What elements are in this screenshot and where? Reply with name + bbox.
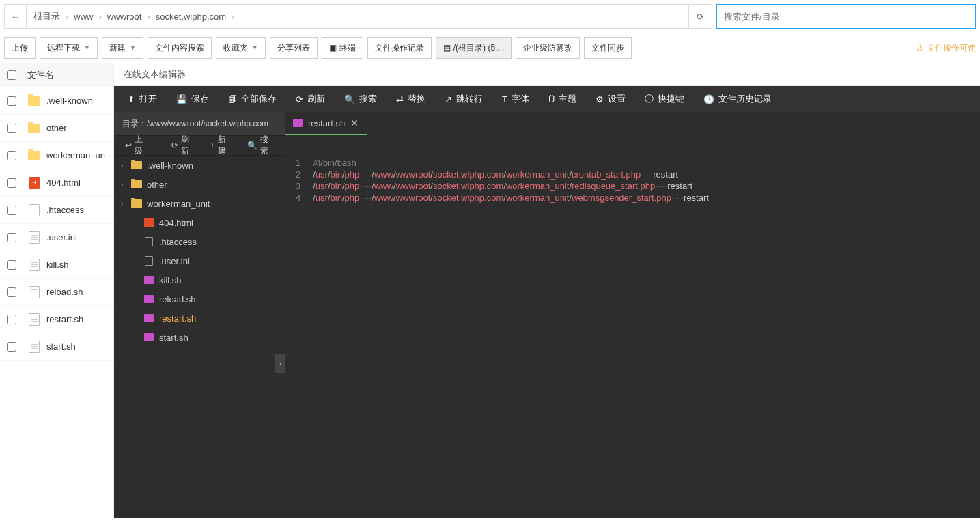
tree-item[interactable]: ›workerman_unit xyxy=(114,194,285,213)
editor-replace-button[interactable]: ⇄替换 xyxy=(387,86,435,112)
editor-goto-button[interactable]: ↗跳转行 xyxy=(435,86,492,112)
folder-icon xyxy=(131,199,142,208)
remote-download-button[interactable]: 远程下载▼ xyxy=(40,37,98,59)
tree-item[interactable]: .user.ini xyxy=(114,251,285,270)
row-checkbox[interactable] xyxy=(7,178,16,188)
caret-down-icon: ▼ xyxy=(84,44,90,51)
file-row[interactable]: .user.ini xyxy=(0,224,113,251)
file-row[interactable]: workerman_un xyxy=(0,142,113,169)
row-checkbox[interactable] xyxy=(7,96,16,106)
search-icon: 🔍 xyxy=(247,141,257,150)
collapse-sidebar-button[interactable]: ‹ xyxy=(275,354,285,373)
file-row[interactable]: .htaccess xyxy=(0,197,113,224)
row-checkbox[interactable] xyxy=(7,233,16,242)
editor-tab-restart[interactable]: restart.sh ✕ xyxy=(285,112,367,135)
favorites-button[interactable]: 收藏夹▼ xyxy=(216,37,266,59)
warning-label: ⚠文件操作可使 xyxy=(916,42,976,54)
breadcrumb-domain[interactable]: socket.wlphp.com xyxy=(156,12,226,22)
editor-search-button[interactable]: 🔍搜索 xyxy=(335,86,387,112)
breadcrumb-wwwroot[interactable]: wwwroot xyxy=(107,12,142,22)
tree-item[interactable]: kill.sh xyxy=(114,270,285,289)
file-list: 文件名 .well-knownotherworkerman_unH404.htm… xyxy=(0,63,114,518)
tree-item[interactable]: reload.sh xyxy=(114,289,285,309)
back-button[interactable]: ← xyxy=(5,5,27,28)
toolbar: 上传 远程下载▼ 新建▼ 文件内容搜索 收藏夹▼ 分享列表 ▣终端 文件操作记录… xyxy=(0,33,980,63)
select-all-checkbox[interactable] xyxy=(7,70,16,80)
file-name: .user.ini xyxy=(46,232,77,242)
editor-refresh-button[interactable]: ⟳刷新 xyxy=(286,86,335,112)
file-name: .well-known xyxy=(46,96,93,106)
file-row[interactable]: other xyxy=(0,115,113,142)
file-row[interactable]: .well-known xyxy=(0,87,113,115)
row-checkbox[interactable] xyxy=(7,206,16,215)
refresh-icon: ⟳ xyxy=(296,94,303,104)
editor-font-button[interactable]: T字体 xyxy=(492,86,539,112)
editor-theme-button[interactable]: Ü主题 xyxy=(539,86,586,112)
row-checkbox[interactable] xyxy=(7,124,16,133)
folder-icon xyxy=(28,151,40,160)
editor-history-button[interactable]: 🕓文件历史记录 xyxy=(694,86,781,112)
tree-new-button[interactable]: +新建 xyxy=(204,135,239,156)
caret-down-icon: ▼ xyxy=(252,44,258,51)
chevron-right-icon: › xyxy=(121,200,130,208)
tree-refresh-button[interactable]: ⟳刷新 xyxy=(165,135,202,156)
share-list-button[interactable]: 分享列表 xyxy=(270,37,318,59)
row-checkbox[interactable] xyxy=(7,260,16,270)
tree-item[interactable]: ›.well-known xyxy=(114,156,285,175)
content-search-button[interactable]: 文件内容搜索 xyxy=(148,37,212,59)
new-button[interactable]: 新建▼ xyxy=(102,37,143,59)
font-icon: T xyxy=(502,94,507,104)
tree-item-label: .htaccess xyxy=(159,237,197,247)
tree-item[interactable]: 404.html xyxy=(114,213,285,232)
upload-button[interactable]: 上传 xyxy=(4,37,36,59)
editor-settings-button[interactable]: ⚙设置 xyxy=(586,86,635,112)
tree-item[interactable]: ›other xyxy=(114,175,285,194)
file-row[interactable]: start.sh xyxy=(0,333,113,361)
breadcrumb: 根目录 › www › wwwroot › socket.wlphp.com › xyxy=(27,5,688,28)
file-row[interactable]: restart.sh xyxy=(0,306,113,333)
editor-save-all-button[interactable]: 🗐全部保存 xyxy=(219,86,286,112)
editor-shortcut-button[interactable]: ⓘ快捷键 xyxy=(635,86,694,112)
row-checkbox[interactable] xyxy=(7,151,16,160)
file-row[interactable]: kill.sh xyxy=(0,251,113,279)
disk-root-button[interactable]: ▤/(根目录) (5.... xyxy=(436,37,512,59)
folder-icon xyxy=(28,96,40,106)
editor-title: 在线文本编辑器 xyxy=(114,63,980,86)
editor-save-button[interactable]: 💾保存 xyxy=(167,86,219,112)
tree-item[interactable]: start.sh xyxy=(114,328,285,347)
tree-item[interactable]: restart.sh xyxy=(114,309,285,328)
breadcrumb-www[interactable]: www xyxy=(74,12,93,22)
shell-file-icon xyxy=(144,314,154,322)
html-file-icon: H xyxy=(29,177,40,189)
tree-search-button[interactable]: 🔍搜索 xyxy=(240,135,281,156)
file-icon xyxy=(29,259,40,271)
breadcrumb-root[interactable]: 根目录 xyxy=(33,10,60,23)
file-row[interactable]: H404.html xyxy=(0,169,113,197)
row-checkbox[interactable] xyxy=(7,287,16,297)
search-input[interactable] xyxy=(716,4,976,29)
editor-open-button[interactable]: ⬆打开 xyxy=(118,86,167,112)
tree-item[interactable]: .htaccess xyxy=(114,232,285,251)
row-checkbox[interactable] xyxy=(7,342,16,352)
file-sync-button[interactable]: 文件同步 xyxy=(584,37,632,59)
refresh-button[interactable]: ⟳ xyxy=(688,5,712,28)
line-gutter: 1234 xyxy=(285,156,307,205)
file-row[interactable]: reload.sh xyxy=(0,279,113,306)
chevron-right-icon: › xyxy=(66,12,68,22)
tamper-proof-button[interactable]: 企业级防篡改 xyxy=(516,37,580,59)
text-editor: 在线文本编辑器 ⬆打开 💾保存 🗐全部保存 ⟳刷新 🔍搜索 ⇄替换 ↗跳转行 T… xyxy=(114,63,980,518)
close-icon[interactable]: ✕ xyxy=(350,117,359,128)
filename-column-header[interactable]: 文件名 xyxy=(27,69,54,81)
tree-up-button[interactable]: ↩上一级 xyxy=(118,135,163,156)
code-content[interactable]: #!/bin/bash /usr/bin/php·····/www/wwwroo… xyxy=(307,156,714,205)
terminal-button[interactable]: ▣终端 xyxy=(322,37,363,59)
chevron-right-icon: › xyxy=(147,12,150,22)
operation-log-button[interactable]: 文件操作记录 xyxy=(367,37,432,59)
row-checkbox[interactable] xyxy=(7,315,16,324)
html-file-icon xyxy=(144,218,154,227)
folder-icon xyxy=(131,180,142,188)
code-editor[interactable]: 1234 #!/bin/bash /usr/bin/php·····/www/w… xyxy=(285,156,980,205)
theme-icon: Ü xyxy=(548,94,555,104)
file-name: 404.html xyxy=(46,178,81,188)
up-arrow-icon: ↩ xyxy=(125,141,132,150)
